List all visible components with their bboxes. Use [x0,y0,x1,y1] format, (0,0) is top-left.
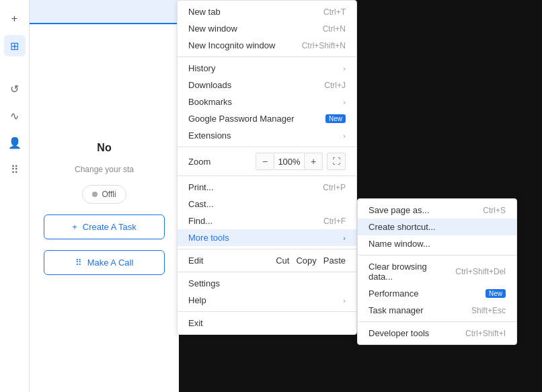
make-call-label: Make A Call [87,258,134,268]
menu-cast-label: Cast... [188,199,346,209]
separator-2 [178,147,356,147]
submenu-clear-browsing-shortcut: Ctrl+Shift+Del [455,267,506,276]
call-icon: ⠿ [75,258,82,268]
submenu-task-manager[interactable]: Task manager Shift+Esc [358,302,516,319]
cut-button[interactable]: Cut [276,256,289,266]
submenu-name-window[interactable]: Name window... [358,235,516,252]
menu-cast[interactable]: Cast... [178,196,356,212]
top-tab[interactable] [30,0,178,24]
menu-bookmarks-label: Bookmarks [188,97,338,107]
menu-print-shortcut: Ctrl+P [323,183,346,192]
separator-3 [178,175,356,176]
zoom-percent: 100% [274,153,304,170]
create-task-button[interactable]: + Create A Task [44,214,165,239]
menu-help[interactable]: Help › [178,292,356,309]
panel-subtitle: Change your sta [64,165,145,174]
separator-6 [178,311,356,312]
menu-more-tools[interactable]: More tools › [178,229,356,246]
paste-button[interactable]: Paste [323,256,346,266]
menu-zoom-row: Zoom − 100% + ⛶ [178,150,356,173]
extensions-arrow-icon: › [343,132,346,140]
submenu-performance-label: Performance [369,288,481,299]
submenu-task-manager-label: Task manager [369,305,455,315]
separator-5 [178,272,356,272]
menu-find-shortcut: Ctrl+F [323,217,346,226]
submenu-performance[interactable]: Performance New [358,285,516,302]
submenu-clear-browsing-label: Clear browsing data... [369,262,439,282]
submenu-save-page-shortcut: Ctrl+S [483,206,506,215]
submenu-developer-tools-shortcut: Ctrl+Shift+I [465,329,506,338]
submenu-save-page[interactable]: Save page as... Ctrl+S [358,202,516,219]
create-task-label: Create A Task [83,222,137,232]
sidebar-add-button[interactable]: + [4,8,26,30]
sub-separator-1 [358,255,516,256]
menu-downloads-label: Downloads [188,80,308,90]
history-arrow-icon: › [343,65,346,73]
bookmarks-arrow-icon: › [343,98,346,106]
menu-new-window[interactable]: New window Ctrl+N [178,20,356,37]
menu-new-incognito-label: New Incognito window [188,40,286,50]
menu-print-label: Print... [188,182,307,192]
menu-find[interactable]: Find... Ctrl+F [178,212,356,229]
menu-help-label: Help [188,295,338,305]
menu-more-tools-label: More tools [188,233,338,243]
sidebar-people-icon[interactable]: 👤 [4,132,26,153]
menu-new-tab-label: New tab [188,7,307,17]
separator-1 [178,56,356,57]
status-dot [92,192,98,197]
menu-bookmarks[interactable]: Bookmarks › [178,93,356,110]
menu-downloads-shortcut: Ctrl+J [324,81,346,90]
sidebar: + ⊞ ↺ ∿ 👤 ⠿ [0,0,30,392]
sidebar-layers-icon[interactable]: ⊞ [4,35,26,56]
menu-new-window-label: New window [188,24,307,34]
panel-title: No [97,142,111,154]
help-arrow-icon: › [343,297,346,305]
edit-label: Edit [188,256,276,266]
menu-settings-label: Settings [188,278,346,288]
more-tools-submenu: Save page as... Ctrl+S Create shortcut..… [357,198,517,345]
submenu-create-shortcut[interactable]: Create shortcut... [358,219,516,235]
menu-print[interactable]: Print... Ctrl+P [178,179,356,196]
menu-history-label: History [188,63,338,73]
more-tools-arrow-icon: › [343,234,346,242]
menu-downloads[interactable]: Downloads Ctrl+J [178,77,356,93]
submenu-developer-tools-label: Developer tools [369,328,449,338]
menu-settings[interactable]: Settings [178,275,356,292]
menu-extensions[interactable]: Extensions › [178,127,356,144]
submenu-create-shortcut-label: Create shortcut... [369,222,506,232]
browser-context-menu: New tab Ctrl+T New window Ctrl+N New Inc… [177,0,357,335]
password-manager-badge: New [325,114,346,123]
zoom-expand-button[interactable]: ⛶ [327,153,346,170]
submenu-clear-browsing[interactable]: Clear browsing data... Ctrl+Shift+Del [358,258,516,285]
sub-separator-2 [358,321,516,322]
sidebar-chart-icon[interactable]: ∿ [4,105,26,126]
sidebar-history-icon[interactable]: ↺ [4,78,26,100]
make-call-button[interactable]: ⠿ Make A Call [44,250,165,275]
submenu-name-window-label: Name window... [369,239,506,249]
menu-extensions-label: Extensions [188,130,338,141]
submenu-developer-tools[interactable]: Developer tools Ctrl+Shift+I [358,325,516,342]
edit-actions: Cut Copy Paste [276,256,346,266]
zoom-plus-button[interactable]: + [304,153,323,170]
zoom-minus-button[interactable]: − [256,153,274,170]
performance-badge: New [486,289,506,298]
copy-button[interactable]: Copy [296,256,316,266]
zoom-label: Zoom [188,157,256,167]
menu-history[interactable]: History › [178,60,356,77]
menu-find-label: Find... [188,216,307,226]
menu-new-window-shortcut: Ctrl+N [323,24,346,34]
menu-edit-row: Edit Cut Copy Paste [178,252,356,269]
menu-password-manager-label: Google Password Manager [188,114,321,124]
menu-new-tab-shortcut: Ctrl+T [323,7,346,17]
submenu-save-page-label: Save page as... [369,205,467,215]
menu-exit[interactable]: Exit [178,315,356,331]
center-panel: No Change your sta Offli + Create A Task… [30,24,179,392]
status-button[interactable]: Offli [82,185,126,204]
menu-password-manager[interactable]: Google Password Manager New [178,110,356,127]
menu-new-tab[interactable]: New tab Ctrl+T [178,3,356,20]
menu-new-incognito[interactable]: New Incognito window Ctrl+Shift+N [178,37,356,54]
status-label: Offli [102,190,116,199]
sidebar-grid-icon[interactable]: ⠿ [4,159,26,180]
plus-icon: + [72,222,77,232]
separator-4 [178,249,356,249]
